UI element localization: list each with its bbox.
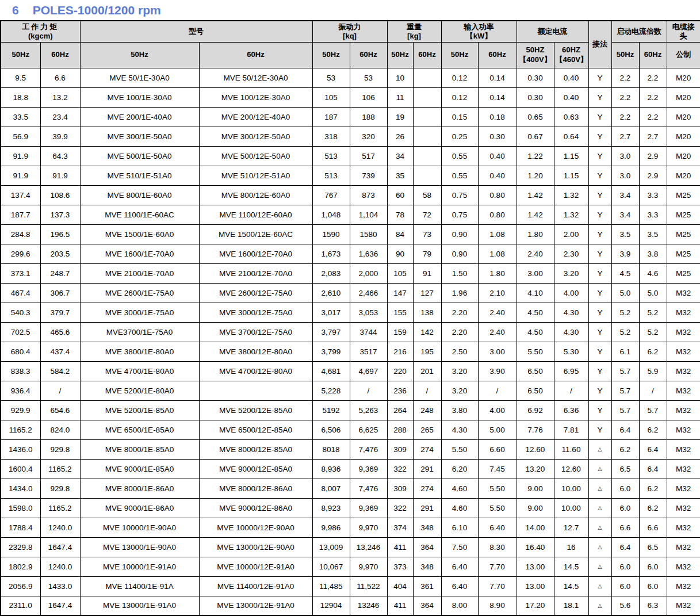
- header-weight-unit: [kg]: [389, 32, 440, 41]
- cell-torque-50hz: 2329.8: [1, 537, 40, 557]
- cell-current-50hz: 0.30: [517, 87, 554, 107]
- cell-cable-gland: M32: [667, 322, 700, 342]
- cell-power-60hz: 3.00: [478, 342, 517, 361]
- cell-model-50hz: MVE 9000/1E-86A0: [80, 498, 199, 518]
- cell-torque-50hz: 680.4: [1, 342, 40, 361]
- cell-model-60hz: MVE 11400/12E-91A0: [199, 576, 312, 596]
- cell-connection: Y: [588, 107, 611, 127]
- header-force-60hz: 60Hz: [350, 42, 387, 68]
- cell-power-50hz: 2.20: [441, 322, 478, 342]
- cell-start-50hz: 3.9: [611, 244, 639, 263]
- cell-torque-60hz: 13.2: [40, 87, 80, 107]
- cell-power-50hz: 0.12: [441, 68, 478, 87]
- cell-start-60hz: 3.5: [639, 224, 667, 244]
- cell-torque-60hz: 1433.0: [40, 576, 80, 596]
- cell-model-50hz: MVE 200/1E-40A0: [80, 107, 199, 127]
- header-weight-60hz: 60Hz: [413, 42, 441, 68]
- header-force-title: 振动力: [314, 22, 386, 32]
- cell-force-50hz: 2,610: [312, 283, 350, 303]
- cell-model-60hz: MVE 3700/12E-75A0: [199, 322, 312, 342]
- cell-force-60hz: /: [350, 381, 387, 400]
- cell-start-50hz: 5.7: [611, 361, 639, 381]
- cell-weight-60hz: 291: [413, 498, 441, 518]
- cell-connection: Y: [588, 322, 611, 342]
- cell-start-50hz: 2.7: [611, 127, 639, 146]
- cell-torque-50hz: 702.5: [1, 322, 40, 342]
- cell-torque-60hz: 1240.0: [40, 518, 80, 537]
- table-row: 137.4108.6MVE 800/1E-60A0MVE 800/12E-60A…: [1, 185, 700, 205]
- cell-power-60hz: 0.40: [478, 146, 517, 166]
- table-row: 1598.01165.2MVE 9000/1E-86A0MVE 9000/12E…: [1, 498, 700, 518]
- cell-force-50hz: 9,986: [312, 518, 350, 537]
- cell-power-50hz: 4.60: [441, 498, 478, 518]
- header-torque-unit: (kgcm): [2, 32, 79, 41]
- cell-start-50hz: 5.0: [611, 283, 639, 303]
- cell-force-50hz: 53: [312, 68, 350, 87]
- cell-start-50hz: 6.2: [611, 439, 639, 459]
- cell-current-60hz: 0.63: [554, 107, 588, 127]
- cell-torque-50hz: 91.9: [1, 146, 40, 166]
- cell-cable-gland: M25: [667, 263, 700, 283]
- cell-torque-60hz: 584.2: [40, 361, 80, 381]
- header-weight-50hz: 50Hz: [387, 42, 413, 68]
- cell-force-50hz: 8,923: [312, 498, 350, 518]
- cell-weight-50hz: 288: [387, 420, 413, 439]
- cell-connection: Y: [588, 205, 611, 224]
- cell-current-60hz: 0.40: [554, 87, 588, 107]
- cell-cable-gland: M32: [667, 479, 700, 498]
- cell-start-60hz: 6.4: [639, 459, 667, 479]
- cell-model-60hz: MVE 510/12E-51A0: [199, 166, 312, 185]
- cell-connection: △: [588, 498, 611, 518]
- cell-model-60hz: MVE 3800/12E-80A0: [199, 342, 312, 361]
- cell-start-50hz: 6.0: [611, 498, 639, 518]
- cell-weight-50hz: 26: [387, 127, 413, 146]
- cell-power-60hz: 7.45: [478, 459, 517, 479]
- cell-model-50hz: MVE 10000/1E-91A0: [80, 557, 199, 576]
- cell-torque-50hz: 187.7: [1, 205, 40, 224]
- cell-connection: △: [588, 576, 611, 596]
- cell-model-50hz: MVE 5200/1E-85A0: [80, 400, 199, 420]
- cell-model-50hz: MVE 5200/1E-80A0: [80, 381, 199, 400]
- cell-force-60hz: 873: [350, 185, 387, 205]
- cell-cable-gland: M32: [667, 518, 700, 537]
- cell-weight-50hz: 90: [387, 244, 413, 263]
- cell-current-50hz: 5.50: [517, 342, 554, 361]
- header-torque-60hz: 60Hz: [40, 42, 80, 68]
- cell-power-50hz: 5.50: [441, 439, 478, 459]
- table-row: 1788.41240.0MVE 10000/1E-90A0MVE 10000/1…: [1, 518, 700, 537]
- cell-torque-60hz: 306.7: [40, 283, 80, 303]
- cell-current-60hz: 10.00: [554, 498, 588, 518]
- cell-current-60hz: 12.60: [554, 459, 588, 479]
- cell-force-50hz: 10,067: [312, 557, 350, 576]
- cell-power-60hz: 5.00: [478, 420, 517, 439]
- cell-force-60hz: 739: [350, 166, 387, 185]
- cell-power-50hz: 3.80: [441, 400, 478, 420]
- cell-weight-50hz: 11: [387, 87, 413, 107]
- cell-torque-60hz: 437.4: [40, 342, 80, 361]
- table-row: 18.813.2MVE 100/1E-30A0MVE 100/12E-30A01…: [1, 87, 700, 107]
- cell-weight-50hz: 147: [387, 283, 413, 303]
- cell-force-60hz: 7,476: [350, 479, 387, 498]
- cell-power-50hz: 0.90: [441, 224, 478, 244]
- cell-start-50hz: 4.5: [611, 263, 639, 283]
- cell-force-60hz: 106: [350, 87, 387, 107]
- cell-weight-50hz: 309: [387, 479, 413, 498]
- cell-force-50hz: 1,673: [312, 244, 350, 263]
- cell-weight-60hz: 58: [413, 185, 441, 205]
- cell-weight-50hz: 322: [387, 498, 413, 518]
- cell-model-50hz: MVE 13000/1E-91A0: [80, 596, 199, 615]
- cell-start-60hz: 2.2: [639, 68, 667, 87]
- cell-weight-60hz: /: [413, 381, 441, 400]
- header-model-60hz: 60Hz: [199, 42, 312, 68]
- cell-weight-60hz: 348: [413, 557, 441, 576]
- header-cable-line1: 电缆接: [668, 22, 699, 32]
- cell-cable-gland: M32: [667, 537, 700, 557]
- cell-force-60hz: 517: [350, 146, 387, 166]
- cell-force-60hz: 3,053: [350, 303, 387, 322]
- cell-start-60hz: 6.0: [639, 576, 667, 596]
- cell-connection: Y: [588, 283, 611, 303]
- header-current-50hz-400v: 50HZ 【400V】: [517, 42, 554, 68]
- cell-start-60hz: 2.9: [639, 146, 667, 166]
- cell-model-50hz: MVE 1500/1E-60A0: [80, 224, 199, 244]
- cell-weight-50hz: 373: [387, 557, 413, 576]
